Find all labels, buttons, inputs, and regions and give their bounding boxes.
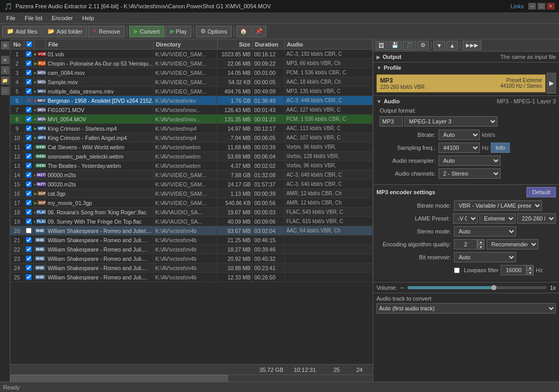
format-input-1[interactable] — [380, 116, 403, 127]
rp-audio-button[interactable]: 🎵 — [403, 41, 416, 50]
quality-up-button[interactable]: ▲ — [477, 239, 485, 244]
row-checkbox[interactable] — [24, 115, 34, 123]
table-row[interactable]: 19 ▶FLAC 09. Surrey With The Fringe On T… — [10, 217, 373, 226]
row-checkbox[interactable] — [24, 189, 34, 198]
table-row[interactable]: 17 ▶3GP my_movie_01.3gp K:\AV\VIDEO_SAM.… — [10, 198, 373, 208]
lowpass-checkbox[interactable] — [454, 268, 460, 273]
rp-image-button[interactable]: 🖼 — [375, 41, 387, 50]
table-row[interactable]: 22 M4B William Shakespeare - Romeo and J… — [10, 245, 373, 254]
stereo-select[interactable]: Auto — [454, 226, 516, 237]
home-button[interactable]: 🏠 — [236, 26, 251, 37]
col-header-file[interactable]: File — [46, 39, 154, 49]
row-checkbox[interactable] — [24, 254, 34, 263]
rp-settings-button[interactable]: ⚙ — [417, 41, 429, 50]
close-button[interactable]: ✕ — [547, 3, 555, 10]
select-all-checkbox[interactable] — [26, 41, 32, 47]
row-checkbox[interactable] — [24, 226, 34, 235]
row-checkbox[interactable] — [24, 273, 34, 281]
audio-track-select[interactable]: Auto (first audio track) — [376, 303, 556, 313]
table-row[interactable]: 10 ▶MP4 King Crimson - Fallen Angel.mp4 … — [10, 133, 373, 143]
col-header-audio[interactable]: Audio — [285, 39, 373, 49]
menu-filelist[interactable]: File list — [21, 14, 47, 22]
row-checkbox[interactable] — [24, 170, 34, 179]
row-checkbox[interactable] — [24, 208, 34, 216]
row-checkbox[interactable] — [24, 87, 34, 96]
rp-forward-button[interactable]: ▶▶▶ — [463, 41, 481, 50]
table-row[interactable]: 15 ▶M2TS 00020.m2ts K:\AV\VIDEO_SAM... 2… — [10, 180, 373, 189]
table-row[interactable]: 1 ▶VOB 01.vob K:\AV\VIDEO_SAM... 1023.85… — [10, 50, 373, 59]
table-row[interactable]: 14 ▶M2TS 00000.m2ts K:\AV\VIDEO_SAM... 7… — [10, 170, 373, 180]
options-button[interactable]: ⚙ Options — [196, 26, 232, 37]
table-row[interactable]: 9 ▶MP4 King Crimson - Starless.mp4 K:\AV… — [10, 124, 373, 133]
bitrate-mode-select[interactable]: VBR - Variable / LAME preset — [454, 200, 542, 211]
default-button[interactable]: Default — [526, 187, 556, 197]
sidebar-grid-icon[interactable]: ⊞ — [1, 41, 9, 50]
row-checkbox[interactable] — [24, 50, 34, 58]
row-checkbox[interactable] — [24, 263, 34, 272]
table-row[interactable]: 16 ▶3GP cat.3gp K:\AV\VIDEO_SAM... 1.13 … — [10, 189, 373, 198]
sidebar-box-icon[interactable]: □ — [1, 87, 9, 95]
sidebar-arrow-icon[interactable]: ➤ — [1, 56, 9, 64]
format-select[interactable]: MPEG-1 Layer 3 — [404, 116, 497, 127]
row-checkbox[interactable] — [24, 143, 34, 151]
maximize-button[interactable]: □ — [537, 3, 546, 10]
table-row[interactable]: 25 M4B William Shakespeare - Romeo and J… — [10, 273, 373, 282]
col-header-dir[interactable]: Directory — [154, 39, 217, 49]
minimize-button[interactable]: ─ — [528, 3, 536, 10]
add-files-button[interactable]: 📁 Add files — [2, 26, 42, 37]
table-row[interactable]: 13 ▶WEBM The Beatles - Yesterday.webm K:… — [10, 161, 373, 170]
table-row[interactable]: 18 ▶FLAC 06. Roxana's Song from 'King Ro… — [10, 208, 373, 217]
play-button[interactable]: ▶ Play — [165, 26, 191, 37]
row-checkbox[interactable] — [24, 245, 34, 254]
lowpass-down-button[interactable]: ▼ — [526, 270, 534, 275]
sidebar-folder-icon[interactable]: 📁 — [1, 76, 9, 85]
row-checkbox[interactable] — [24, 59, 34, 68]
table-row[interactable]: 7 ▶MOV FI010071.MOV K:\AV\vctest\mov... … — [10, 105, 373, 115]
quality-desc-select[interactable]: Recommended — [487, 239, 538, 249]
table-row[interactable]: 3 ▶MOV cam_0084.mov K:\AV\VIDEO_SAM... 1… — [10, 68, 373, 77]
info-button[interactable]: Info — [491, 143, 509, 153]
rp-save-button[interactable]: 💾 — [388, 41, 402, 50]
table-row[interactable]: 12 ▶WEBM sosnowiec_park_sielecki.webm K:… — [10, 152, 373, 161]
table-row[interactable]: 20 M4B William Shakespeare - Romeo and J… — [10, 226, 373, 236]
remove-button[interactable]: ✕ Remove — [88, 26, 125, 37]
row-checkbox[interactable] — [24, 236, 34, 244]
horizontal-scrollbar[interactable] — [10, 374, 373, 382]
row-checkbox[interactable] — [24, 105, 34, 114]
table-row[interactable]: 24 M4B William Shakespeare - Romeo and J… — [10, 263, 373, 273]
volume-slider[interactable] — [407, 286, 547, 289]
menu-encoder[interactable]: Encoder — [48, 14, 77, 22]
quality-down-button[interactable]: ▼ — [477, 244, 485, 249]
row-checkbox[interactable] — [24, 161, 34, 170]
menu-file[interactable]: File — [2, 14, 20, 22]
lame-kbits-select[interactable]: 220-260 kbit/s — [517, 213, 556, 224]
table-row[interactable]: 8 ▶MOV MVI_0054.MOV K:\AV\vctest\mov... … — [10, 115, 373, 124]
table-row[interactable]: 21 M4B William Shakespeare - Romeo and J… — [10, 236, 373, 245]
pin-button[interactable]: 📌 — [252, 26, 266, 37]
quality-input[interactable] — [454, 239, 477, 249]
rp-up-button[interactable]: ▲ — [446, 41, 458, 50]
lowpass-input[interactable] — [501, 265, 526, 275]
row-checkbox[interactable] — [24, 77, 34, 86]
filelist-body[interactable]: 1 ▶VOB 01.vob K:\AV\VIDEO_SAM... 1023.85… — [10, 50, 373, 364]
row-checkbox[interactable] — [24, 133, 34, 142]
lame-extreme-select[interactable]: Extreme — [479, 213, 516, 224]
row-checkbox[interactable] — [24, 180, 34, 189]
table-row[interactable]: 6 ✕ ■MKV Bergman - 1958 - Ansiktet [DVD … — [10, 96, 373, 105]
row-checkbox[interactable] — [24, 152, 34, 161]
row-checkbox[interactable] — [24, 217, 34, 226]
add-folder-button[interactable]: 📂 Add folder — [43, 26, 87, 37]
table-row[interactable]: 4 ▶MOV Sample.mov K:\AV\VIDEO_SAM... 54.… — [10, 77, 373, 87]
lowpass-up-button[interactable]: ▲ — [526, 265, 534, 270]
col-header-duration[interactable]: Duration — [253, 39, 285, 49]
table-row[interactable]: 2 ▶FLV Chopin - Polonaise As-Dur op 53 '… — [10, 59, 373, 68]
convert-button[interactable]: ▶ Convert — [129, 26, 164, 37]
resampler-select[interactable]: Auto — [439, 155, 501, 166]
sampling-select[interactable]: 44100 — [439, 143, 480, 153]
table-row[interactable]: 11 ▶WEBM Cat Stevens - Wild World.webm K… — [10, 143, 373, 152]
row-checkbox[interactable] — [24, 68, 34, 77]
links-label[interactable]: Links — [510, 3, 524, 9]
channels-select[interactable]: 2 - Stereo — [439, 168, 501, 179]
col-header-size[interactable]: Size — [218, 39, 253, 49]
lame-v-select[interactable]: -V 0 — [453, 213, 478, 224]
